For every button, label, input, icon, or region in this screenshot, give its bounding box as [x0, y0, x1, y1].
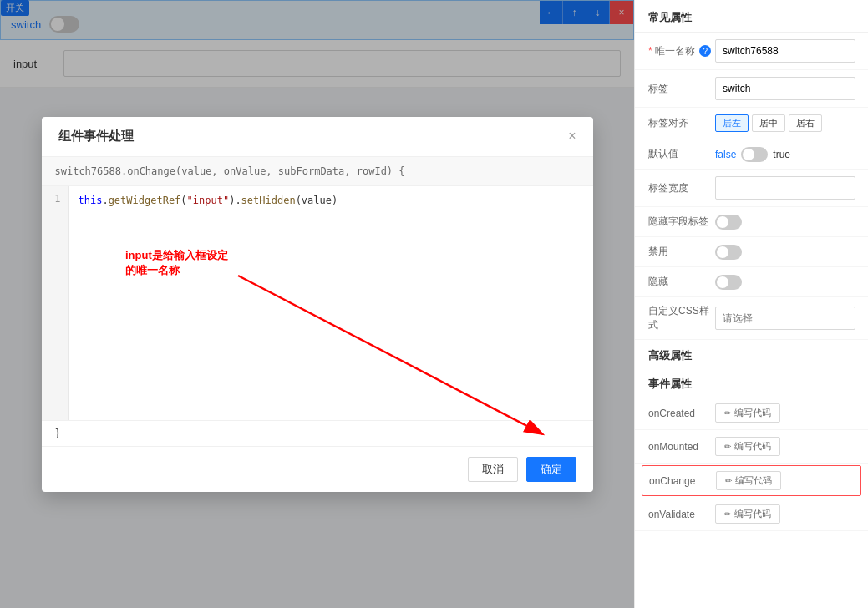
- code-signature-text: switch76588.onChange(value, onValue, sub…: [55, 165, 405, 177]
- hide-field-label-row: 隐藏字段标签: [635, 207, 868, 237]
- hidden-toggle[interactable]: [715, 275, 742, 290]
- tag-input[interactable]: [715, 77, 855, 100]
- right-panel: 常见属性 唯一名称 ? 标签 标签对齐 居左 居中 居右 默认值 false t…: [634, 0, 868, 608]
- modal-title: 组件事件处理: [58, 129, 134, 144]
- on-mounted-label: onMounted: [648, 441, 715, 453]
- line-numbers: 1: [42, 186, 69, 420]
- on-change-edit-button[interactable]: ✏ 编写代码: [716, 471, 781, 490]
- tag-align-row: 标签对齐 居左 居中 居右: [635, 108, 868, 139]
- on-change-label: onChange: [649, 475, 716, 487]
- common-props-title: 常见属性: [635, 0, 868, 33]
- tag-row: 标签: [635, 70, 868, 108]
- hidden-label: 隐藏: [648, 275, 715, 289]
- code-sethidden: setHidden: [241, 195, 296, 206]
- on-validate-row: onValidate ✏ 编写代码: [635, 498, 868, 531]
- on-validate-label: onValidate: [648, 509, 715, 520]
- on-mounted-edit-label: 编写代码: [734, 440, 771, 453]
- code-content[interactable]: this.getWidgetRef("input").setHidden(val…: [69, 186, 593, 420]
- edit-icon-validate: ✏: [724, 509, 731, 519]
- confirm-button[interactable]: 确定: [526, 457, 576, 482]
- canvas-area: 开关 switch ← ↑ ↓ × input 组件事件处理 × switch7…: [0, 0, 634, 608]
- modal-overlay: 组件事件处理 × switch76588.onChange(value, onV…: [0, 0, 634, 608]
- edit-icon-created: ✏: [724, 408, 731, 418]
- on-validate-edit-label: 编写代码: [734, 508, 771, 520]
- edit-icon-mounted: ✏: [724, 442, 731, 451]
- disabled-toggle[interactable]: [715, 245, 742, 260]
- hide-field-label-toggle[interactable]: [715, 215, 742, 230]
- on-change-row: onChange ✏ 编写代码: [642, 465, 861, 496]
- code-dot1: .: [102, 195, 108, 206]
- code-paren3: (value): [296, 195, 338, 206]
- unique-name-input[interactable]: [715, 39, 855, 63]
- modal-footer: 取消 确定: [42, 446, 593, 492]
- disabled-row: 禁用: [635, 237, 868, 267]
- info-icon: ?: [699, 45, 711, 57]
- hide-field-label: 隐藏字段标签: [648, 215, 715, 229]
- code-editor: 1 this.getWidgetRef("input").setHidden(v…: [42, 186, 593, 420]
- edit-icon-change: ✏: [725, 476, 732, 485]
- hidden-row: 隐藏: [635, 267, 868, 297]
- default-value-toggle[interactable]: [741, 147, 768, 162]
- code-method: getWidgetRef: [109, 195, 181, 206]
- default-toggle-row: false true: [715, 147, 790, 162]
- modal-body: switch76588.onChange(value, onValue, sub…: [42, 157, 593, 420]
- code-paren2: ).: [229, 195, 241, 206]
- on-change-edit-label: 编写代码: [735, 474, 772, 487]
- align-right-button[interactable]: 居右: [789, 114, 822, 132]
- align-buttons-group: 居左 居中 居右: [715, 114, 822, 132]
- true-label: true: [773, 149, 790, 160]
- unique-name-row: 唯一名称 ?: [635, 33, 868, 70]
- line-number-1: 1: [48, 193, 61, 205]
- code-signature: switch76588.onChange(value, onValue, sub…: [42, 157, 593, 186]
- false-label: false: [715, 149, 736, 160]
- on-mounted-edit-button[interactable]: ✏ 编写代码: [715, 437, 780, 456]
- tag-width-label: 标签宽度: [648, 181, 715, 195]
- unique-name-label: 唯一名称 ?: [648, 44, 715, 58]
- on-created-row: onCreated ✏ 编写代码: [635, 397, 868, 430]
- code-paren1: (: [180, 195, 186, 206]
- custom-css-row: 自定义CSS样式: [635, 297, 868, 340]
- on-mounted-row: onMounted ✏ 编写代码: [635, 430, 868, 464]
- tag-align-label: 标签对齐: [648, 116, 715, 130]
- on-created-label: onCreated: [648, 408, 715, 419]
- default-value-row: 默认值 false true: [635, 139, 868, 170]
- on-validate-edit-button[interactable]: ✏ 编写代码: [715, 504, 780, 524]
- tag-width-row: 标签宽度: [635, 170, 868, 207]
- code-this: this: [79, 195, 103, 206]
- advanced-title: 高级属性: [635, 340, 868, 368]
- align-center-button[interactable]: 居中: [752, 114, 785, 132]
- code-string: "input": [187, 195, 230, 206]
- code-closing-brace: }: [42, 420, 593, 446]
- disabled-label: 禁用: [648, 245, 715, 259]
- align-left-button[interactable]: 居左: [715, 114, 749, 132]
- event-section-title: 事件属性: [635, 368, 868, 397]
- custom-css-input[interactable]: [715, 307, 855, 330]
- modal-close-button[interactable]: ×: [568, 129, 576, 144]
- closing-brace-text: }: [55, 428, 61, 439]
- on-created-edit-button[interactable]: ✏ 编写代码: [715, 403, 780, 423]
- modal-header: 组件事件处理 ×: [42, 117, 593, 157]
- on-created-edit-label: 编写代码: [734, 407, 771, 419]
- tag-label: 标签: [648, 82, 715, 96]
- cancel-button[interactable]: 取消: [468, 457, 518, 482]
- event-handler-modal: 组件事件处理 × switch76588.onChange(value, onV…: [42, 117, 593, 492]
- default-label: 默认值: [648, 147, 715, 161]
- custom-css-label: 自定义CSS样式: [648, 304, 715, 332]
- tag-width-input[interactable]: [715, 176, 855, 200]
